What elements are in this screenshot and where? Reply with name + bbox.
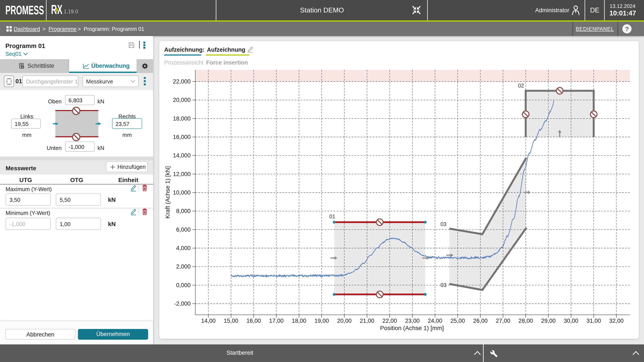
svg-text:32,00: 32,00 xyxy=(609,318,624,324)
svg-text:25,00: 25,00 xyxy=(450,318,465,324)
svg-text:4,000: 4,000 xyxy=(176,245,190,251)
svg-text:29,00: 29,00 xyxy=(541,318,556,324)
svg-text:22,000: 22,000 xyxy=(173,78,190,85)
svg-text:28,00: 28,00 xyxy=(518,318,533,324)
svg-text:26,00: 26,00 xyxy=(473,318,488,324)
svg-text:19,00: 19,00 xyxy=(314,318,329,324)
svg-text:20,000: 20,000 xyxy=(173,97,190,103)
svg-text:0,000: 0,000 xyxy=(176,282,190,289)
svg-text:27,00: 27,00 xyxy=(496,318,510,324)
svg-text:12,000: 12,000 xyxy=(173,171,190,177)
svg-text:14,00: 14,00 xyxy=(201,318,216,324)
svg-text:03: 03 xyxy=(440,221,446,227)
svg-text:16,000: 16,000 xyxy=(173,134,190,140)
svg-text:18,00: 18,00 xyxy=(292,318,306,324)
svg-text:20,00: 20,00 xyxy=(337,318,352,324)
svg-text:-2,000: -2,000 xyxy=(174,301,190,307)
svg-text:02: 02 xyxy=(518,82,524,89)
svg-text:21,00: 21,00 xyxy=(360,318,374,324)
svg-text:Position (Achse 1) [mm]: Position (Achse 1) [mm] xyxy=(380,325,444,331)
svg-text:Kraft (Achse 1) [kN]: Kraft (Achse 1) [kN] xyxy=(164,166,171,219)
svg-text:8,000: 8,000 xyxy=(176,208,190,214)
svg-text:31,00: 31,00 xyxy=(586,318,601,324)
svg-text:14,000: 14,000 xyxy=(173,152,190,159)
svg-text:30,00: 30,00 xyxy=(564,318,578,324)
svg-text:2,000: 2,000 xyxy=(176,263,190,270)
svg-text:18,000: 18,000 xyxy=(173,115,190,122)
svg-text:17,00: 17,00 xyxy=(269,318,284,324)
svg-text:23,00: 23,00 xyxy=(405,318,420,324)
svg-text:10,000: 10,000 xyxy=(173,189,190,196)
svg-text:15,00: 15,00 xyxy=(224,318,238,324)
svg-text:03: 03 xyxy=(440,282,446,288)
svg-text:24,00: 24,00 xyxy=(428,318,442,324)
svg-text:01: 01 xyxy=(329,213,335,219)
svg-text:16,00: 16,00 xyxy=(246,318,261,324)
svg-text:22,00: 22,00 xyxy=(382,318,397,324)
svg-text:6,000: 6,000 xyxy=(176,226,190,233)
